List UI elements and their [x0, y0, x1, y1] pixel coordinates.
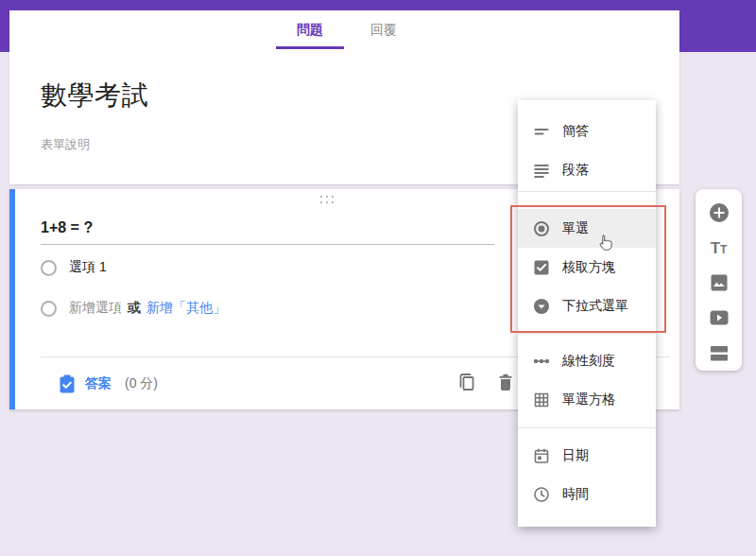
calendar-icon: [533, 447, 550, 464]
radio-circle-icon[interactable]: [41, 260, 57, 276]
menu-item-label: 單選: [562, 220, 589, 237]
form-title[interactable]: 數學考試: [41, 78, 148, 113]
duplicate-icon[interactable]: [456, 372, 477, 392]
add-image-button[interactable]: [708, 271, 730, 294]
video-icon: [710, 310, 729, 325]
drag-handle-icon[interactable]: [320, 196, 335, 204]
menu-separator: [518, 191, 656, 192]
or-text: 或: [128, 300, 141, 317]
google-forms-editor: 問題 回覆 數學考試 表單說明 1+8 = ? 選項 1 新增選項 或 新增「其…: [0, 0, 756, 556]
answer-key-button[interactable]: 答案 (0 分): [58, 373, 158, 395]
menu-item-paragraph[interactable]: 段落: [518, 150, 656, 189]
menu-item-label: 時間: [562, 486, 589, 503]
image-icon: [710, 273, 729, 292]
tab-bar: 問題 回覆: [9, 10, 679, 49]
menu-item-label: 線性刻度: [562, 353, 615, 370]
plus-circle-icon: [709, 202, 730, 223]
linear-scale-icon: [533, 353, 550, 370]
option-row-1: 選項 1: [41, 257, 107, 278]
question-type-menu: 簡答 段落 單選 核取方塊: [518, 100, 656, 527]
menu-item-dropdown[interactable]: 下拉式選單: [518, 287, 656, 325]
form-description-placeholder[interactable]: 表單說明: [41, 136, 90, 153]
menu-item-time[interactable]: 時間: [518, 475, 656, 513]
menu-item-date[interactable]: 日期: [518, 436, 656, 475]
menu-separator: [518, 333, 656, 334]
menu-item-label: 單選方格: [562, 391, 615, 408]
paragraph-icon: [533, 162, 550, 179]
checkbox-icon: [533, 259, 550, 276]
clock-icon: [533, 486, 550, 503]
add-video-button[interactable]: [708, 306, 730, 329]
answer-key-icon: [58, 374, 77, 394]
short-answer-icon: [533, 123, 550, 140]
radio-button-icon: [533, 220, 550, 237]
menu-item-label: 下拉式選單: [562, 298, 628, 315]
answer-key-label: 答案: [85, 375, 112, 392]
delete-icon[interactable]: [495, 372, 516, 392]
add-title-text-button[interactable]: TT: [708, 236, 730, 259]
add-option-row: 新增選項 或 新增「其他」: [41, 298, 226, 319]
menu-separator: [518, 427, 656, 428]
section-icon: [710, 345, 729, 361]
menu-item-label: 核取方塊: [562, 259, 615, 276]
question-text-field[interactable]: 1+8 = ?: [41, 219, 494, 245]
add-section-button[interactable]: [708, 341, 730, 364]
tab-responses[interactable]: 回覆: [355, 10, 412, 49]
menu-item-label: 簡答: [562, 123, 589, 140]
title-text-icon: TT: [711, 240, 728, 256]
menu-item-linear-scale[interactable]: 線性刻度: [518, 341, 656, 380]
menu-item-label: 日期: [562, 447, 589, 464]
menu-item-multiple-choice[interactable]: 單選: [518, 209, 656, 248]
dropdown-circle-icon: [533, 298, 550, 315]
menu-item-label: 段落: [562, 162, 589, 179]
option-label[interactable]: 選項 1: [69, 259, 107, 276]
menu-item-short-answer[interactable]: 簡答: [518, 112, 656, 150]
tab-questions[interactable]: 問題: [276, 10, 344, 49]
insert-toolbar: TT: [696, 189, 742, 371]
menu-item-multiple-choice-grid[interactable]: 單選方格: [518, 380, 656, 419]
add-question-button[interactable]: [708, 201, 730, 224]
grid-icon: [533, 391, 550, 408]
add-option-text[interactable]: 新增選項: [69, 300, 122, 317]
menu-item-checkboxes[interactable]: 核取方塊: [518, 248, 656, 287]
add-other-link[interactable]: 新增「其他」: [146, 300, 226, 317]
radio-circle-icon[interactable]: [41, 301, 57, 317]
points-value: (0 分): [125, 375, 158, 392]
